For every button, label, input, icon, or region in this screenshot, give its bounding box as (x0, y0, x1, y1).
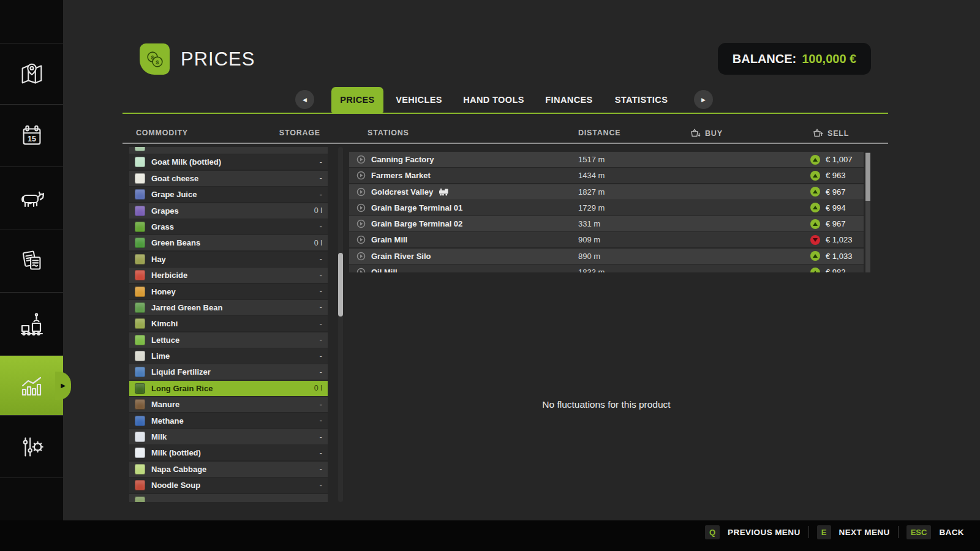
station-marker-icon (356, 203, 366, 212)
commodity-name: Grapes (151, 206, 179, 216)
commodity-row[interactable]: Grass - (129, 219, 328, 234)
commodity-row[interactable]: Jarred Green Bean - (129, 300, 328, 315)
sidebar-item-production[interactable] (0, 292, 63, 355)
commodity-row[interactable]: Lettuce - (129, 332, 328, 348)
commodity-row[interactable]: Lime - (129, 348, 328, 364)
chevron-left-icon: ◀ (303, 97, 307, 103)
commodity-name: Long Grain Rice (151, 384, 213, 393)
station-distance: 331 m (578, 216, 600, 231)
station-row[interactable]: Grain Barge Terminal 02 331 m € 967 (349, 216, 864, 231)
commodity-row[interactable]: Grapes 0 l (129, 203, 328, 219)
column-header-buy: BUY (690, 129, 723, 138)
sidebar-item-map[interactable] (0, 43, 63, 104)
station-row[interactable]: Grain Mill 909 m € 1,023 (349, 232, 864, 247)
commodity-name: Grass (151, 222, 174, 231)
station-sell-price: € 994 (826, 200, 846, 216)
station-sell-price: € 982 (826, 264, 846, 272)
sidebar-item-statistics[interactable]: ▶ (0, 355, 63, 415)
commodity-scrollbar-thumb[interactable] (338, 253, 343, 317)
commodity-storage-value: 0 l (314, 239, 322, 247)
liquid-fertilizer-icon (135, 367, 145, 377)
stations-scrollbar[interactable] (865, 152, 870, 272)
commodity-storage-value: - (320, 255, 322, 263)
sidebar-item-settings[interactable] (0, 415, 63, 478)
tabs-next-button[interactable]: ▶ (694, 90, 713, 109)
balance-value: 100,000 € (802, 52, 856, 66)
station-distance: 1434 m (578, 168, 605, 183)
station-row[interactable]: Farmers Market 1434 m € 963 (349, 168, 864, 183)
commodity-row[interactable]: Goat cheese - (129, 171, 328, 186)
sidebar-item-animals[interactable] (0, 167, 63, 230)
stations-scrollbar-thumb[interactable] (865, 153, 870, 201)
tabs-underline (123, 113, 888, 114)
column-header-distance: DISTANCE (578, 129, 620, 137)
commodity-icon (135, 497, 145, 502)
milk-icon (135, 432, 145, 442)
commodity-name: Napa Cabbage (151, 465, 206, 474)
goat-cheese-icon (135, 173, 145, 184)
commodity-row[interactable]: Methane - (129, 413, 328, 429)
commodity-row[interactable]: Herbicide - (129, 268, 328, 283)
station-sell-price: € 1,007 (826, 152, 852, 167)
station-row[interactable]: Oil Mill 1833 m € 982 (349, 264, 864, 272)
lime-icon (135, 351, 145, 361)
sidebar: 15 (0, 0, 63, 551)
svg-text:15: 15 (28, 135, 36, 143)
sidebar-item-contracts[interactable] (0, 230, 63, 292)
commodity-storage-value: - (320, 481, 322, 490)
commodity-row[interactable]: Hay - (129, 252, 328, 267)
commodity-row[interactable]: Honey - (129, 284, 328, 299)
price-trend-icon (810, 203, 820, 212)
statistics-icon (17, 371, 47, 400)
sidebar-spacer-top (0, 0, 63, 43)
hint-previous-menu[interactable]: Q PREVIOUS MENU (705, 525, 801, 539)
hint-back[interactable]: ESC BACK (907, 525, 964, 539)
commodity-row[interactable]: Milk - (129, 429, 328, 444)
commodity-row[interactable] (129, 147, 328, 154)
station-sell-price: € 1,033 (826, 249, 852, 264)
tab-hand-tools[interactable]: HAND TOOLS (454, 87, 533, 113)
price-trend-icon (810, 155, 820, 165)
commodity-row[interactable]: Milk (bottled) - (129, 445, 328, 460)
tab-statistics[interactable]: STATISTICS (605, 87, 678, 113)
station-row[interactable]: Grain River Silo 890 m € 1,033 (349, 249, 864, 264)
station-distance: 1827 m (578, 184, 605, 200)
commodity-row[interactable] (129, 494, 328, 502)
commodity-icon (135, 147, 145, 151)
commodity-row[interactable]: Napa Cabbage - (129, 462, 328, 477)
column-header-sell: SELL (813, 129, 849, 138)
jarred-green-bean-icon (135, 302, 145, 313)
commodity-row[interactable]: Green Beans 0 l (129, 235, 328, 250)
commodity-name: Milk (151, 432, 167, 441)
commodity-row[interactable]: Goat Milk (bottled) - (129, 154, 328, 170)
tab-finances[interactable]: FINANCES (535, 87, 603, 113)
lettuce-icon (135, 335, 145, 345)
commodity-row[interactable]: Noodle Soup - (129, 478, 328, 493)
station-row[interactable]: Goldcrest Valley 1827 m € 967 (349, 184, 864, 200)
commodity-row[interactable]: Manure - (129, 397, 328, 412)
grape-juice-icon (135, 189, 145, 200)
basket-sell-icon (813, 129, 823, 138)
tabs-prev-button[interactable]: ◀ (295, 90, 314, 109)
commodity-scrollbar[interactable] (338, 147, 343, 502)
station-row[interactable]: Grain Barge Terminal 01 1729 m € 994 (349, 200, 864, 216)
calendar-icon: 15 (18, 122, 46, 150)
column-header-divider (123, 143, 888, 144)
balance-pill: BALANCE: 100,000 € (718, 43, 871, 75)
tab-prices[interactable]: PRICES (331, 87, 383, 113)
manure-icon (135, 399, 145, 410)
commodity-row[interactable]: Grape Juice - (129, 187, 328, 202)
stations-list: Canning Factory 1517 m € 1,007 Farmers M… (349, 152, 864, 272)
tab-vehicles[interactable]: VEHICLES (384, 87, 454, 113)
station-row[interactable]: Canning Factory 1517 m € 1,007 (349, 152, 864, 167)
station-marker-icon (356, 155, 366, 164)
hint-next-menu[interactable]: E NEXT MENU (817, 525, 890, 539)
page-title: PRICES (181, 48, 255, 70)
active-tab-arrow-icon: ▶ (55, 372, 71, 400)
commodity-row[interactable]: Long Grain Rice 0 l (129, 381, 328, 396)
commodity-row[interactable]: Kimchi - (129, 316, 328, 331)
sidebar-item-calendar[interactable]: 15 (0, 104, 63, 167)
station-name: Grain Barge Terminal 01 (371, 203, 462, 212)
key-q-badge: Q (705, 525, 720, 539)
commodity-row[interactable]: Liquid Fertilizer - (129, 364, 328, 380)
